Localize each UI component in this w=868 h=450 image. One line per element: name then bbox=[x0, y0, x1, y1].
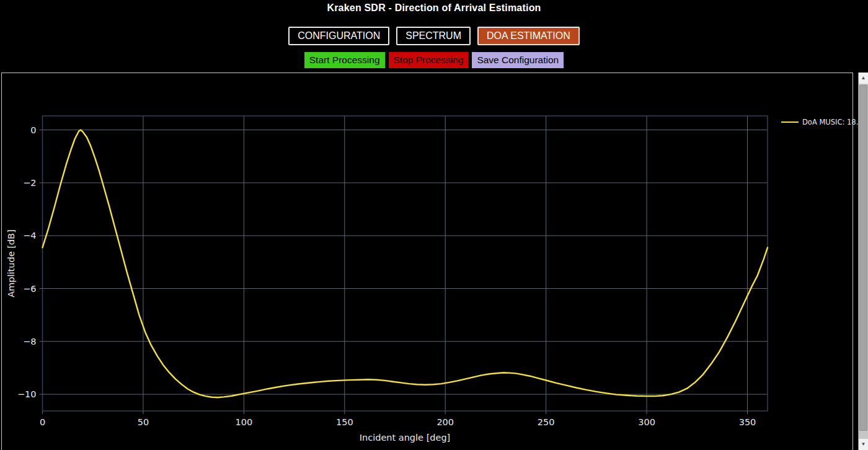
x-tick-label: 350 bbox=[739, 417, 756, 427]
doa-music-curve bbox=[43, 130, 768, 398]
y-tick-label: −2 bbox=[23, 178, 36, 188]
x-tick-label: 200 bbox=[436, 417, 454, 427]
x-tick-label: 50 bbox=[138, 417, 149, 427]
y-tick-label: −10 bbox=[17, 389, 37, 399]
y-tick-label: −6 bbox=[23, 284, 36, 294]
scroll-up-icon[interactable]: ▲ bbox=[859, 73, 868, 84]
y-tick-label: −4 bbox=[23, 231, 36, 240]
vertical-scrollbar[interactable]: ▲ ▼ bbox=[858, 73, 868, 450]
x-axis-title: Incident angle [deg] bbox=[281, 433, 529, 443]
x-tick-label: 100 bbox=[236, 417, 253, 427]
x-tick-label: 0 bbox=[40, 417, 45, 427]
y-tick-label: −8 bbox=[23, 337, 36, 346]
y-axis-title: Amplitude [dB] bbox=[6, 214, 16, 313]
legend-line-swatch bbox=[781, 121, 799, 123]
legend-item-doa-music[interactable]: DoA MUSIC: 18.0° bbox=[781, 118, 866, 126]
plot-border bbox=[43, 116, 768, 411]
legend-label: DoA MUSIC: 18.0° bbox=[802, 118, 866, 126]
x-tick-label: 250 bbox=[538, 417, 555, 427]
doa-chart-canvas[interactable]: 0501001502002503003500−2−4−6−8−10 bbox=[0, 0, 868, 450]
scroll-down-icon[interactable]: ▼ bbox=[859, 439, 868, 450]
scrollbar-thumb[interactable] bbox=[859, 85, 867, 431]
x-tick-label: 150 bbox=[336, 417, 353, 427]
y-tick-label: 0 bbox=[30, 125, 36, 135]
x-tick-label: 300 bbox=[638, 417, 655, 427]
